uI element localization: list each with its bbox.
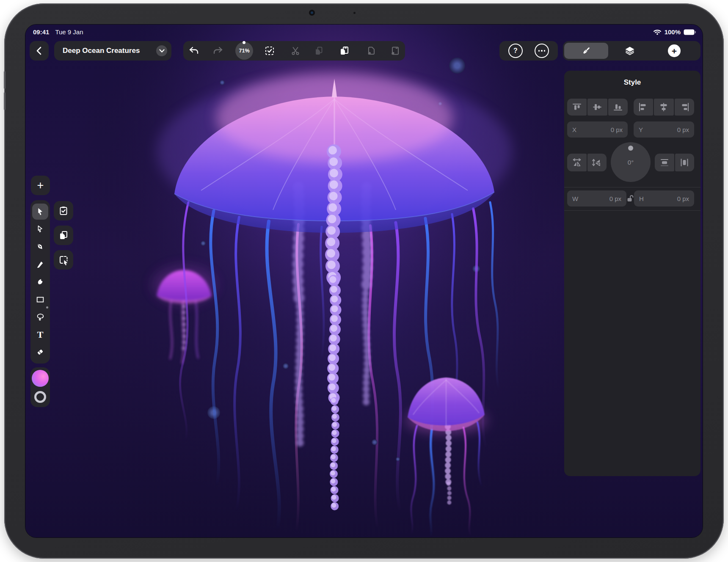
paste-style-button[interactable] bbox=[363, 41, 380, 61]
eraser-tool[interactable] bbox=[32, 344, 48, 360]
fill-color-swatch[interactable] bbox=[32, 370, 49, 387]
duplicate-button[interactable] bbox=[54, 226, 73, 245]
cut-button[interactable] bbox=[287, 41, 304, 61]
pen-tool[interactable] bbox=[32, 239, 48, 255]
more-options-button[interactable] bbox=[535, 44, 549, 58]
aspect-lock-button[interactable] bbox=[626, 194, 634, 203]
title-menu-chevron[interactable] bbox=[156, 45, 167, 56]
document-title-button[interactable]: Deep Ocean Creatures bbox=[54, 41, 171, 61]
brush-tool[interactable] bbox=[32, 274, 48, 290]
panel-divider-2 bbox=[564, 210, 700, 211]
plus-glyph: + bbox=[37, 180, 44, 191]
x-value: 0 px bbox=[611, 126, 623, 133]
zoom-indicator-dot bbox=[243, 41, 245, 44]
clipboard-check-icon bbox=[58, 206, 69, 216]
help-toolbar: ? bbox=[499, 41, 558, 61]
align-vertical-center-button[interactable] bbox=[587, 99, 607, 116]
redo-button[interactable] bbox=[210, 41, 226, 61]
select-all-button[interactable] bbox=[261, 41, 278, 61]
lasso-icon bbox=[36, 312, 45, 322]
y-position-field[interactable]: Y 0 px bbox=[634, 121, 694, 138]
wifi-icon bbox=[653, 29, 662, 35]
screen: 09:41 Tue 9 Jan 100% Deep Ocean Creature… bbox=[25, 25, 703, 537]
brush-blob-icon bbox=[36, 277, 45, 287]
battery-icon bbox=[684, 29, 696, 35]
clipboard-button[interactable] bbox=[54, 201, 73, 220]
shape-tool[interactable] bbox=[32, 292, 48, 308]
align-horizontal-center-button[interactable] bbox=[654, 99, 673, 116]
tab-layers[interactable] bbox=[624, 45, 636, 56]
status-bar-right: 100% bbox=[653, 28, 696, 36]
align-bottom-button[interactable] bbox=[608, 99, 628, 116]
lasso-tool[interactable] bbox=[32, 309, 48, 325]
artboard-cursor-icon bbox=[58, 255, 69, 265]
volume-up-button bbox=[4, 71, 6, 89]
paste-inside-button[interactable] bbox=[386, 41, 403, 61]
center-horizontally-button[interactable] bbox=[675, 154, 695, 171]
text-tool[interactable]: T bbox=[32, 327, 48, 343]
marker-icon bbox=[36, 259, 45, 269]
rotation-dial[interactable]: 0° bbox=[611, 142, 651, 182]
zoom-level-button[interactable]: 71% bbox=[235, 42, 253, 60]
undo-button[interactable] bbox=[185, 41, 202, 61]
color-dock bbox=[30, 367, 50, 407]
x-position-field[interactable]: X 0 px bbox=[567, 121, 628, 138]
y-label: Y bbox=[639, 126, 643, 133]
center-group bbox=[655, 154, 694, 171]
node-tool[interactable] bbox=[32, 221, 48, 237]
front-camera bbox=[309, 10, 315, 16]
tab-style[interactable] bbox=[564, 43, 608, 59]
zoom-level: 71% bbox=[239, 48, 249, 54]
style-panel: Style bbox=[564, 71, 700, 476]
plus-glyph: + bbox=[672, 47, 677, 55]
battery-percent: 100% bbox=[665, 28, 681, 36]
width-field[interactable]: W 0 px bbox=[567, 190, 626, 207]
back-button[interactable] bbox=[30, 41, 49, 61]
h-label: H bbox=[639, 195, 644, 202]
status-time: 09:41 bbox=[33, 28, 49, 36]
brush-icon bbox=[581, 46, 591, 56]
chevron-left-icon bbox=[35, 46, 44, 56]
add-panel-button[interactable]: + bbox=[668, 44, 681, 57]
paste-button[interactable] bbox=[336, 41, 353, 61]
shape-tool-variant-dot bbox=[46, 306, 48, 309]
rectangle-icon bbox=[36, 295, 45, 304]
beaded-arm bbox=[331, 150, 336, 510]
panel-tab-bar: + bbox=[563, 41, 700, 61]
ellipsis-icon bbox=[538, 50, 545, 52]
w-value: 0 px bbox=[609, 195, 621, 202]
document-title: Deep Ocean Creatures bbox=[63, 47, 140, 55]
pen-nib-icon bbox=[36, 242, 45, 251]
cursor-icon bbox=[36, 207, 45, 216]
rotation-dial-knob[interactable] bbox=[628, 146, 633, 151]
node-cursor-icon bbox=[36, 224, 45, 234]
panel-divider bbox=[564, 187, 700, 187]
x-label: X bbox=[572, 126, 576, 133]
edit-toolbar: 71% bbox=[183, 41, 405, 61]
tool-strip: T bbox=[30, 200, 50, 364]
align-top-button[interactable] bbox=[567, 99, 587, 116]
duplicate-pages-icon bbox=[58, 230, 69, 240]
height-field[interactable]: H 0 px bbox=[634, 190, 694, 207]
artboard-select-button[interactable] bbox=[54, 250, 73, 270]
layers-icon bbox=[624, 46, 635, 56]
h-value: 0 px bbox=[677, 195, 689, 202]
y-value: 0 px bbox=[677, 126, 689, 133]
align-right-button[interactable] bbox=[675, 99, 694, 116]
copy-button[interactable] bbox=[310, 41, 327, 61]
align-left-button[interactable] bbox=[634, 99, 653, 116]
stroke-color-swatch[interactable] bbox=[34, 391, 46, 403]
horizontal-align-group bbox=[634, 99, 694, 116]
help-button[interactable]: ? bbox=[508, 44, 523, 58]
mic-dot bbox=[353, 12, 356, 14]
status-bar-left: 09:41 Tue 9 Jan bbox=[33, 28, 83, 36]
flip-horizontal-button[interactable] bbox=[567, 154, 587, 171]
add-shape-button[interactable]: + bbox=[31, 176, 50, 195]
selection-tool[interactable] bbox=[32, 204, 48, 220]
w-label: W bbox=[572, 195, 578, 202]
vertical-align-group bbox=[567, 99, 628, 116]
flip-vertical-button[interactable] bbox=[587, 154, 607, 171]
style-panel-title: Style bbox=[564, 78, 700, 87]
pencil-tool[interactable] bbox=[32, 256, 48, 272]
center-vertically-button[interactable] bbox=[655, 154, 674, 171]
